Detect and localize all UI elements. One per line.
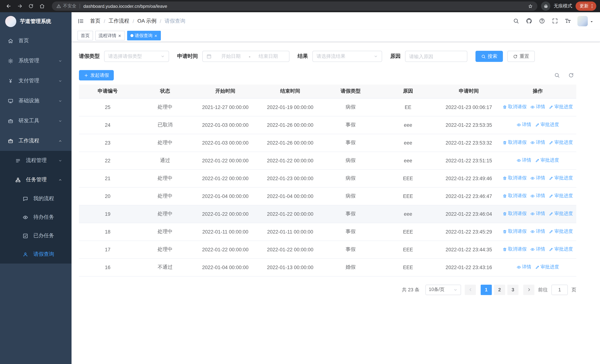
font-size-icon[interactable] <box>562 18 574 24</box>
table-container: 申请编号状态开始时间结束时间请假类型原因申请时间操作 25处理中2021-12-… <box>79 84 576 276</box>
cell-apply-id: 25 <box>79 98 136 116</box>
bookmark-star-icon[interactable] <box>528 3 533 9</box>
browser-home-icon[interactable] <box>37 1 47 11</box>
close-icon[interactable]: × <box>154 33 158 38</box>
detail-link[interactable]: 详情 <box>530 246 545 253</box>
flow-icon <box>14 158 21 163</box>
cell-apply-id: 18 <box>79 223 136 241</box>
detail-link[interactable]: 详情 <box>530 104 545 110</box>
column-header: 申请编号 <box>79 84 136 98</box>
sidebar-fold-icon[interactable] <box>77 18 84 24</box>
create-leave-button[interactable]: 发起请假 <box>79 70 114 80</box>
sidebar-item-payment-mgmt[interactable]: 支付管理 <box>0 71 72 91</box>
table-row: 25处理中2021-12-27 00:00:002022-01-19 00:00… <box>79 98 576 116</box>
page-size-select[interactable]: 10条/页 <box>425 284 461 295</box>
sidebar-item-todo-tasks[interactable]: 待办任务 <box>0 208 72 226</box>
fullscreen-icon[interactable] <box>548 18 562 24</box>
breadcrumb-item[interactable]: 首页 <box>90 18 100 24</box>
toggle-search-icon[interactable] <box>554 72 560 78</box>
cell-reason: EEE <box>378 223 438 241</box>
sidebar-item-dev-tools[interactable]: 研发工具 <box>0 111 72 131</box>
cell-operations: 取消请假详情审批进度 <box>499 205 576 223</box>
tab-home[interactable]: 首页 <box>77 31 93 40</box>
goto-page-input[interactable] <box>552 284 568 295</box>
sidebar-item-process-mgmt[interactable]: 流程管理 <box>0 151 72 170</box>
reason-input[interactable] <box>405 51 467 62</box>
approval-progress-link[interactable]: 审批进度 <box>535 264 559 271</box>
page-button-2[interactable]: 2 <box>494 284 505 295</box>
approval-progress-link[interactable]: 审批进度 <box>549 175 573 181</box>
close-icon[interactable]: × <box>118 33 121 38</box>
cancel-leave-link[interactable]: 取消请假 <box>503 193 527 199</box>
cancel-leave-link[interactable]: 取消请假 <box>503 246 527 253</box>
pagination: 共 23 条 10条/页 123 前往 页 <box>79 284 576 295</box>
tab-leave-query[interactable]: 请假查询× <box>127 31 161 40</box>
page-button-1[interactable]: 1 <box>481 284 492 295</box>
sidebar-item-task-mgmt[interactable]: 任务管理 <box>0 170 72 189</box>
cell-apply-time: 2022-01-22 23:53:32 <box>438 134 499 152</box>
detail-link[interactable]: 详情 <box>530 175 545 181</box>
avatar-caret-icon[interactable] <box>589 19 594 24</box>
search-icon[interactable] <box>510 18 523 24</box>
next-page-button[interactable] <box>523 284 534 295</box>
approval-progress-link[interactable]: 审批进度 <box>535 157 559 164</box>
prev-page-button[interactable] <box>465 284 476 295</box>
breadcrumb-item[interactable]: OA 示例 <box>138 18 157 24</box>
cell-start-time: 2022-01-04 00:00:00 <box>194 187 257 205</box>
detail-link[interactable]: 详情 <box>530 211 545 217</box>
filter-form: 请假类型 请选择请假类型 申请时间 开始日期 - 结束日期 <box>79 51 576 62</box>
detail-link[interactable]: 详情 <box>516 122 531 128</box>
approval-progress-link[interactable]: 审批进度 <box>549 104 573 110</box>
refresh-table-icon[interactable] <box>568 72 574 78</box>
approval-progress-link[interactable]: 审批进度 <box>535 122 559 128</box>
apply-time-range-picker[interactable]: 开始日期 - 结束日期 <box>202 51 290 62</box>
cancel-leave-link[interactable]: 取消请假 <box>503 104 527 110</box>
sidebar-item-label: 研发工具 <box>19 118 56 124</box>
approval-progress-link[interactable]: 审批进度 <box>549 211 573 217</box>
cell-leave-type: 病假 <box>324 98 378 116</box>
leave-type-select[interactable]: 请选择请假类型 <box>104 51 169 62</box>
browser-menu-dots-icon[interactable] <box>589 3 595 9</box>
forward-icon[interactable] <box>15 1 25 11</box>
detail-link[interactable]: 详情 <box>516 264 531 271</box>
detail-link[interactable]: 详情 <box>530 229 545 235</box>
sidebar-item-my-process[interactable]: 我的流程 <box>0 189 72 208</box>
back-icon[interactable] <box>4 1 14 11</box>
sidebar-item-leave-query[interactable]: 请假查询 <box>0 245 72 263</box>
reset-button[interactable]: 重置 <box>507 51 535 62</box>
detail-link[interactable]: 详情 <box>516 157 531 164</box>
help-icon[interactable] <box>535 18 548 24</box>
sidebar-item-done-tasks[interactable]: 已办任务 <box>0 226 72 245</box>
cell-operations: 取消请假详情审批进度 <box>499 187 576 205</box>
delete-icon <box>503 105 507 109</box>
cancel-leave-link[interactable]: 取消请假 <box>503 229 527 235</box>
result-select[interactable]: 请选择流结果 <box>312 51 382 62</box>
cancel-leave-link[interactable]: 取消请假 <box>503 175 527 181</box>
approval-progress-link[interactable]: 审批进度 <box>549 140 573 146</box>
tab-process-detail[interactable]: 流程详情× <box>95 31 125 40</box>
cancel-leave-link[interactable]: 取消请假 <box>503 140 527 146</box>
page-button-3[interactable]: 3 <box>507 284 518 295</box>
select-placeholder: 请选择请假类型 <box>108 53 142 60</box>
breadcrumb-item[interactable]: 工作流程 <box>109 18 129 24</box>
detail-link[interactable]: 详情 <box>530 140 545 146</box>
detail-link[interactable]: 详情 <box>530 193 545 199</box>
cell-leave-type: 事假 <box>324 241 378 258</box>
approval-progress-link[interactable]: 审批进度 <box>549 229 573 235</box>
address-bar[interactable]: 不安全 dashboard.yudao.iocoder.cn/bpm/oa/le… <box>52 1 537 11</box>
github-icon[interactable] <box>523 18 535 24</box>
search-button[interactable]: 搜索 <box>476 51 503 62</box>
sidebar-item-label: 工作流程 <box>19 138 56 144</box>
sidebar-item-infrastructure[interactable]: 基础设施 <box>0 91 72 111</box>
breadcrumb: 首页/工作流程/OA 示例/请假查询 <box>90 18 185 24</box>
update-button[interactable]: 更新 <box>576 1 596 11</box>
reload-icon[interactable] <box>26 1 36 11</box>
sidebar-item-home[interactable]: 首页 <box>0 31 72 51</box>
sidebar-item-workflow[interactable]: 工作流程 <box>0 131 72 151</box>
user-avatar[interactable] <box>577 16 588 26</box>
cancel-leave-link[interactable]: 取消请假 <box>503 211 527 217</box>
sidebar-item-system-mgmt[interactable]: 系统管理 <box>0 51 72 71</box>
approval-progress-link[interactable]: 审批进度 <box>549 246 573 253</box>
cell-end-time: 2022-01-04 00:00:00 <box>257 187 324 205</box>
approval-progress-link[interactable]: 审批进度 <box>549 193 573 199</box>
